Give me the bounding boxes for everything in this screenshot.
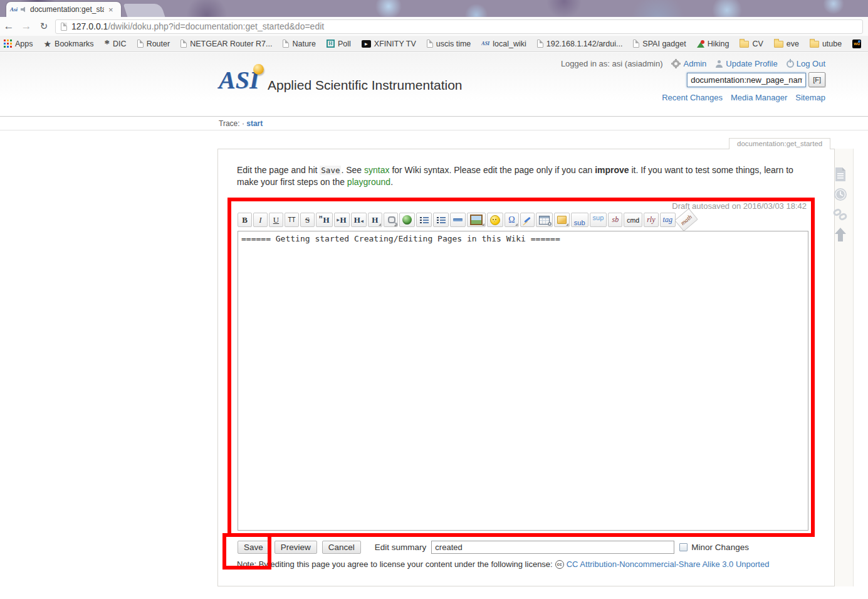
bookmark-apps[interactable]: Apps bbox=[4, 40, 33, 48]
bookmark-nature[interactable]: Nature bbox=[283, 40, 316, 48]
logged-in-text: Logged in as: asi (asiadmin) bbox=[561, 59, 663, 68]
wiki-header: Logged in as: asi (asiadmin) Admin Updat… bbox=[0, 53, 868, 117]
horizontal-rule-button[interactable] bbox=[450, 213, 466, 227]
url-bar[interactable]: 127.0.0.1/dwiki/doku.php?id=documentatio… bbox=[55, 19, 863, 34]
page-id-tab: documentation:get_started bbox=[729, 138, 830, 149]
monospace-button[interactable]: TT bbox=[285, 213, 299, 227]
signature-button[interactable] bbox=[520, 213, 535, 227]
bookmark-router[interactable]: Router bbox=[137, 40, 170, 48]
bookmark-hiking[interactable]: Hiking bbox=[697, 40, 729, 48]
superscript-button[interactable]: sup bbox=[590, 213, 607, 227]
bookmark-arduino[interactable]: 192.168.1.142/ardui... bbox=[537, 40, 623, 48]
trace-bar: Trace: · start bbox=[0, 117, 868, 130]
sb-plugin-button[interactable]: sb bbox=[608, 213, 622, 227]
power-icon bbox=[787, 60, 794, 68]
bookmark-uscis[interactable]: uscis time bbox=[427, 40, 471, 48]
forward-icon[interactable]: → bbox=[18, 20, 35, 33]
new-tab-button[interactable] bbox=[123, 4, 165, 17]
headline-same-level-button[interactable]: H bbox=[316, 213, 333, 227]
media-manager-link[interactable]: Media Manager bbox=[731, 93, 787, 102]
preview-button[interactable]: Preview bbox=[275, 541, 317, 554]
bookmark-netgear[interactable]: NETGEAR Router R7... bbox=[180, 40, 272, 48]
cancel-button[interactable]: Cancel bbox=[322, 541, 361, 554]
headline-select-button[interactable]: H bbox=[368, 213, 382, 227]
minor-changes-label: Minor Changes bbox=[691, 543, 749, 552]
save-button[interactable]: Save bbox=[238, 541, 269, 554]
license-link[interactable]: CC Attribution-Noncommercial-Share Alike… bbox=[567, 559, 770, 569]
italic-button[interactable]: I bbox=[253, 213, 268, 227]
url-path: /dwiki/doku.php?id=documentation:get_sta… bbox=[108, 21, 324, 31]
trace-start-link[interactable]: start bbox=[246, 119, 263, 128]
person-icon bbox=[715, 60, 723, 68]
subscript-button[interactable]: sub bbox=[571, 213, 588, 227]
bold-button[interactable]: B bbox=[238, 213, 252, 227]
strikethrough-button[interactable]: S bbox=[300, 213, 315, 227]
edit-summary-input[interactable] bbox=[431, 541, 674, 554]
special-chars-button[interactable]: Ω bbox=[505, 213, 519, 227]
ordered-list-button[interactable] bbox=[416, 213, 432, 227]
update-profile-link[interactable]: Update Profile bbox=[715, 59, 777, 68]
asi-logo[interactable]: ASI bbox=[219, 65, 264, 102]
bookmark-local-wiki[interactable]: ASI local_wiki bbox=[481, 40, 526, 48]
rly-plugin-button[interactable]: rly bbox=[644, 213, 658, 227]
browser-navbar: ← → ↻ 127.0.0.1/dwiki/doku.php?id=docume… bbox=[0, 17, 868, 36]
bookmark-xfinity[interactable]: ▶ XFINITY TV bbox=[362, 40, 416, 48]
page-icon bbox=[61, 23, 67, 31]
tag-plugin-button[interactable]: tag bbox=[660, 213, 676, 227]
gear-icon bbox=[671, 59, 681, 68]
underline-button[interactable]: U bbox=[269, 213, 283, 227]
wiki-edit-textarea[interactable]: ====== Getting started Creating/Editing … bbox=[238, 231, 808, 531]
site-title: Applied Scientific Instrumentation bbox=[268, 78, 463, 93]
tab-close-icon[interactable]: × bbox=[107, 6, 115, 14]
edit-summary-label: Edit summary bbox=[375, 543, 427, 552]
bookmark-wunderground[interactable]: wu bbox=[852, 40, 861, 48]
editor-format-toolbar: BIUTTSHHHHΩsubsupsbcmdrlytagmath bbox=[238, 213, 697, 227]
headline-lower-button[interactable]: H bbox=[334, 213, 350, 227]
bookmark-spai[interactable]: SPAI gadget bbox=[633, 40, 686, 48]
wiki-search-input[interactable] bbox=[687, 73, 806, 87]
image-button[interactable] bbox=[467, 213, 486, 227]
draft-autosave-note: Draft autosaved on 2016/03/03 18:42 bbox=[672, 201, 807, 211]
bookmark-folder-utube[interactable]: utube bbox=[810, 40, 842, 48]
edit-action-row: Save Preview Cancel Edit summary Minor C… bbox=[238, 541, 814, 554]
search-button[interactable]: [F] bbox=[808, 72, 825, 87]
back-to-top-icon[interactable] bbox=[832, 226, 849, 243]
back-icon[interactable]: ← bbox=[0, 20, 18, 33]
bookmark-folder-eve[interactable]: eve bbox=[774, 40, 799, 48]
bookmark-poll[interactable]: H Poll bbox=[327, 40, 351, 48]
edit-intro-text: Edit the page and hit Save. See syntax f… bbox=[237, 164, 802, 188]
tab-status-icon bbox=[21, 7, 27, 13]
external-link-button[interactable] bbox=[399, 213, 415, 227]
admin-link[interactable]: Admin bbox=[671, 59, 706, 68]
reload-icon[interactable]: ↻ bbox=[35, 21, 53, 32]
minor-changes-checkbox[interactable] bbox=[679, 543, 688, 551]
table-button[interactable] bbox=[536, 213, 553, 227]
cc-license-icon: cc bbox=[555, 560, 564, 569]
logout-link[interactable]: Log Out bbox=[787, 59, 825, 68]
url-host: 127.0.0.1 bbox=[71, 21, 108, 31]
tab-title: documentation:get_star bbox=[30, 5, 104, 14]
asi-favicon: Asi bbox=[10, 6, 18, 13]
bookmark-dic[interactable]: * DIC bbox=[105, 40, 127, 48]
smiley-button[interactable] bbox=[487, 213, 503, 227]
headline-higher-button[interactable]: H bbox=[351, 213, 367, 227]
browser-tab-strip: Asi documentation:get_star × bbox=[0, 0, 868, 17]
bookmarks-bar: Apps ★ Bookmarks * DIC Router NETGEAR Ro… bbox=[0, 36, 868, 52]
old-revisions-clock-icon[interactable] bbox=[832, 186, 849, 203]
browser-tab[interactable]: Asi documentation:get_star × bbox=[6, 2, 121, 17]
bookmark-folder-cv[interactable]: CV bbox=[740, 40, 763, 48]
license-note: Note: By editing this page you agree to … bbox=[237, 559, 769, 569]
bookmark-bookmarks[interactable]: ★ Bookmarks bbox=[44, 40, 94, 48]
unordered-list-button[interactable] bbox=[433, 213, 449, 227]
show-page-icon[interactable] bbox=[832, 166, 849, 183]
math-plugin-button[interactable]: math bbox=[674, 208, 698, 231]
trace-label: Trace: bbox=[219, 119, 240, 128]
backlinks-chain-icon[interactable] bbox=[832, 206, 849, 223]
plugin-insert-button[interactable] bbox=[554, 213, 570, 227]
recent-changes-link[interactable]: Recent Changes bbox=[662, 93, 723, 102]
internal-link-button[interactable] bbox=[384, 213, 398, 227]
page-content-card: documentation:get_started Edit the page … bbox=[217, 149, 835, 586]
cmd-plugin-button[interactable]: cmd bbox=[624, 213, 642, 227]
sitemap-link[interactable]: Sitemap bbox=[795, 93, 825, 102]
